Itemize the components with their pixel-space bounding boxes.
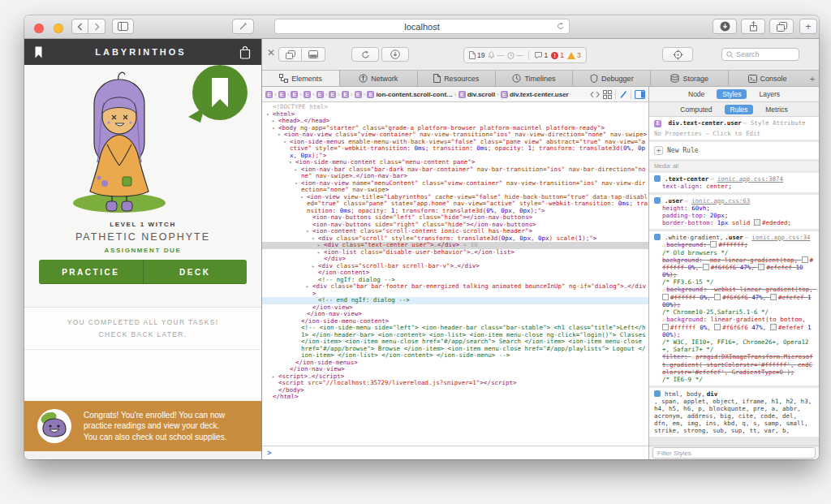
stylesheet-link[interactable]: ionic.app.css:3874 [717,175,783,183]
grid-overlay-icon[interactable] [603,90,612,99]
css-property[interactable]: /* IE6-9 */ [654,376,814,383]
deck-button[interactable]: DECK [144,260,248,284]
show-source-icon[interactable] [590,91,600,98]
mode-tab-computed[interactable]: Computed [674,105,717,114]
breadcrumb-item[interactable]: Ediv.scroll [459,91,496,98]
color-swatch[interactable] [703,264,709,270]
breadcrumb-item[interactable]: E [291,91,298,98]
css-rule[interactable]: .text-center — ionic.app.css:3874text-al… [649,173,819,192]
download-page-button[interactable] [381,47,409,62]
css-property[interactable]: ⚠background: #ffffff; [654,241,814,249]
css-rule[interactable]: .white-gradient, .user — ionic.app.css:3… [649,231,819,386]
filter-styles-input[interactable]: Filter Styles [652,447,816,459]
disclosure-arrow-icon[interactable]: ▸ [272,118,275,125]
edit-pencil-icon[interactable] [619,90,627,99]
style-attribute-section[interactable]: E div.text-center.user — Style Attribute… [649,117,819,140]
back-button[interactable] [71,19,88,34]
css-property[interactable]: /* W3C, IE10+, FF16+, Chrome26+, Opera12… [654,338,814,353]
stylesheet-link[interactable]: ionic.app.css:63 [691,197,750,205]
practice-button[interactable]: PRACTICE [39,260,144,284]
color-swatch[interactable] [710,241,717,248]
disclosure-arrow-icon[interactable]: ▸ [295,166,298,174]
breadcrumb-item[interactable]: Eion-content.scroll-cont… [367,91,453,98]
downloads-button[interactable] [713,19,737,34]
share-button[interactable] [741,19,765,34]
color-swatch[interactable] [662,294,669,300]
css-property[interactable]: /* FF3.6-15 */ [654,278,814,286]
minimize-window-button[interactable] [54,24,63,33]
code-line[interactable]: </body> [262,387,648,394]
element-picker-button[interactable] [662,47,693,62]
breadcrumb-item[interactable]: E [342,91,349,98]
breadcrumb-item[interactable]: Ediv.text-center.user [501,91,569,98]
code-line[interactable]: ▸<ion-nav-bar class="bar-dark nav-bar-co… [262,166,648,180]
errors-badge[interactable]: ! 1 [551,51,564,59]
disclosure-arrow-icon[interactable]: ▾ [312,235,315,243]
tab-storage[interactable]: Storage [651,71,729,86]
css-property[interactable]: ⚠background: linear-gradient(to bottom, … [654,316,814,338]
tab-timelines[interactable]: Timelines [496,71,574,86]
code-line[interactable]: ▸<div class="bar bar-footer bar-energize… [262,283,648,297]
code-line[interactable]: <!DOCTYPE html> [262,104,648,111]
breadcrumb-item[interactable]: E [329,91,336,98]
mode-tab-metrics[interactable]: Metrics [760,105,793,114]
tab-network[interactable]: Network [340,71,418,86]
disclosure-arrow-icon[interactable]: ▸ [317,249,321,256]
disclosure-arrow-icon[interactable]: ▾ [283,139,286,146]
close-inspector-button[interactable]: ✕ [267,48,275,58]
color-swatch[interactable] [754,219,760,226]
warnings-badge[interactable]: 3 [567,51,581,59]
breadcrumb-item[interactable]: E [265,91,273,98]
disclosure-arrow-icon[interactable]: ▾ [295,180,298,187]
reload-page-button[interactable] [351,47,379,62]
css-property[interactable]: border-bottom: 1px solid #ededed; [654,219,814,226]
disclosure-arrow-icon[interactable]: ▸ [317,242,321,249]
css-property[interactable]: background: -moz-linear-gradient(top, #f… [654,256,814,278]
css-property[interactable]: /* Chrome10-25,Safari5.1-6 */ [654,308,814,316]
disclosure-arrow-icon[interactable]: ▾ [300,194,304,201]
color-swatch[interactable] [770,294,777,300]
inspector-search-input[interactable]: Search [721,48,799,61]
sidebar-toggle-button[interactable] [112,19,134,34]
tab-elements[interactable]: Elements [262,71,340,86]
time-badge[interactable]: — [507,51,523,59]
breadcrumb-item[interactable]: E [355,91,362,98]
disclosure-arrow-icon[interactable]: ▾ [289,159,292,166]
close-window-button[interactable] [34,24,44,33]
color-swatch[interactable] [758,264,764,270]
color-swatch[interactable] [802,256,808,263]
new-rule-button[interactable]: + New Rule [649,142,819,159]
disclosure-arrow-icon[interactable]: ▸ [312,263,315,270]
css-rule[interactable]: .user — ionic.app.css:63height: 60vh;pad… [649,195,819,229]
console-messages-badge[interactable]: 1 [535,51,548,59]
address-bar[interactable]: localhost [274,19,570,34]
sidebar-tab-styles[interactable]: Styles [717,89,747,99]
resource-count-badge[interactable]: 19 [469,51,484,59]
reload-icon[interactable] [557,22,565,31]
css-property[interactable]: filter: ⚠progid:DXImageTransform.Microso… [654,353,814,376]
disclosure-arrow-icon[interactable]: ▾ [278,131,281,139]
color-swatch[interactable] [662,324,669,330]
stylesheet-link[interactable]: ionic.app.css:34 [751,234,810,241]
css-rule[interactable]: html, body, div, span, applet, object, i… [649,388,819,437]
details-sidebar-toggle-icon[interactable] [635,90,645,99]
code-line[interactable]: ▾<ion-view view-title="Labyrinthos" cach… [262,194,648,215]
mode-tab-rules[interactable]: Rules [725,105,754,114]
bookmark-icon[interactable] [34,46,43,58]
disclosure-arrow-icon[interactable]: ▾ [272,125,275,132]
breadcrumb-item[interactable]: E [304,91,311,98]
new-tab-inspector-button[interactable]: + [806,71,819,86]
css-property[interactable]: height: 60vh; [654,205,814,212]
css-property[interactable]: text-align: center; [654,183,814,190]
code-line[interactable]: </html> [262,394,648,401]
code-line[interactable]: ▾<ion-nav-view name="menuContent" class=… [262,180,648,194]
dock-bottom-button[interactable] [302,47,325,62]
breadcrumb-item[interactable]: E [278,91,286,98]
no-properties-note[interactable]: No Properties — Click to Edit [654,130,814,137]
color-swatch[interactable] [714,294,721,300]
forward-button[interactable] [88,19,105,34]
code-line[interactable]: ▾<ion-side-menus enable-menu-with-back-v… [262,139,648,160]
tabs-overview-button[interactable] [769,19,794,34]
color-swatch[interactable] [714,324,721,330]
css-property[interactable]: /* Old browsers */ [654,249,814,256]
